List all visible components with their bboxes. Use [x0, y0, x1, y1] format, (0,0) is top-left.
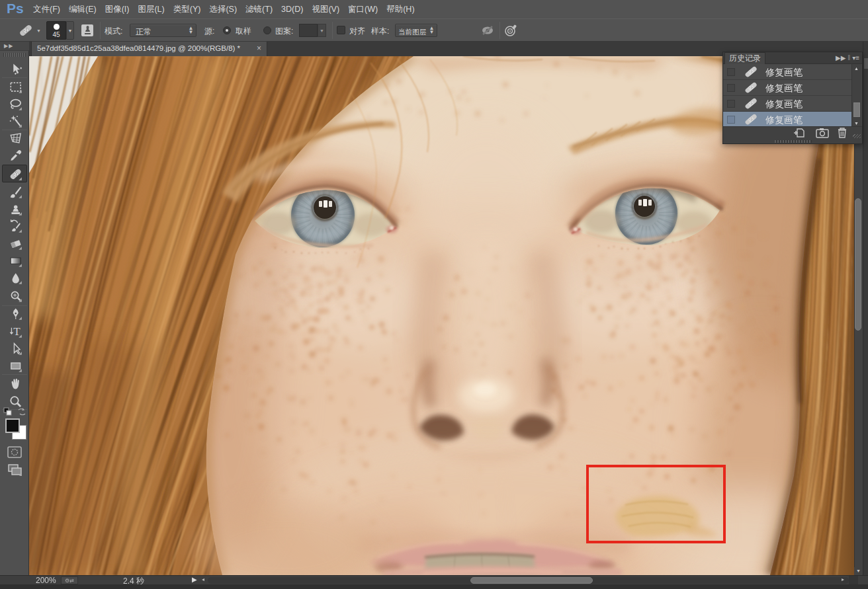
svg-text:T: T [13, 325, 21, 338]
